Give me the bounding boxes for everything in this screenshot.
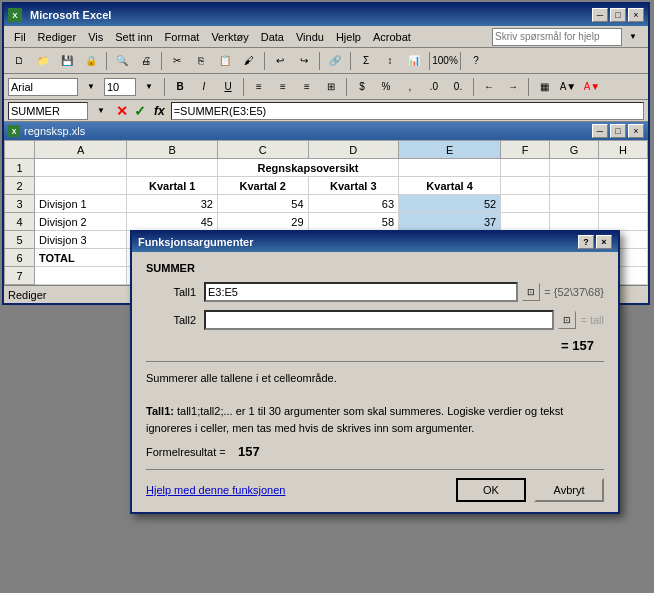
paste-btn[interactable]: 📋 (214, 51, 236, 71)
search-input[interactable] (492, 28, 622, 46)
percent-btn[interactable]: % (375, 77, 397, 97)
cell-a2[interactable] (35, 177, 127, 195)
search-dropdown[interactable]: ▼ (622, 27, 644, 47)
increase-decimal-btn[interactable]: .0 (423, 77, 445, 97)
cell-e2[interactable]: Kvartal 4 (399, 177, 501, 195)
size-dropdown[interactable]: ▼ (138, 77, 160, 97)
dialog-arg1-collapse-btn[interactable]: ⊡ (522, 283, 540, 301)
cell-h2[interactable] (599, 177, 648, 195)
autosum-btn[interactable]: Σ (355, 51, 377, 71)
cell-f1[interactable] (501, 159, 550, 177)
border-btn[interactable]: ▦ (533, 77, 555, 97)
cell-e3[interactable]: 52 (399, 195, 501, 213)
menu-fil[interactable]: Fil (8, 29, 32, 45)
cell-c1[interactable]: Regnskapsoversikt (218, 159, 399, 177)
thousands-btn[interactable]: , (399, 77, 421, 97)
permission-btn[interactable]: 🔒 (80, 51, 102, 71)
cell-a1[interactable] (35, 159, 127, 177)
cell-a3[interactable]: Divisjon 1 (35, 195, 127, 213)
menu-acrobat[interactable]: Acrobat (367, 29, 417, 45)
increase-indent-btn[interactable]: → (502, 77, 524, 97)
dialog-help-link[interactable]: Hjelp med denne funksjonen (146, 484, 285, 496)
cell-a6[interactable]: TOTAL (35, 249, 127, 267)
name-dropdown[interactable]: ▼ (90, 101, 112, 121)
menu-rediger[interactable]: Rediger (32, 29, 83, 45)
cell-c3[interactable]: 54 (218, 195, 309, 213)
close-btn[interactable]: × (628, 8, 644, 22)
cell-h1[interactable] (599, 159, 648, 177)
zoom-btn[interactable]: 100% (434, 51, 456, 71)
cell-g3[interactable] (550, 195, 599, 213)
cell-f3[interactable] (501, 195, 550, 213)
new-btn[interactable]: 🗋 (8, 51, 30, 71)
copy-btn[interactable]: ⎘ (190, 51, 212, 71)
cell-h3[interactable] (599, 195, 648, 213)
cell-a4[interactable]: Divisjon 2 (35, 213, 127, 231)
dialog-arg1-input[interactable] (204, 282, 518, 302)
print-btn[interactable]: 🖨 (135, 51, 157, 71)
dialog-help-btn[interactable]: ? (578, 235, 594, 249)
menu-data[interactable]: Data (255, 29, 290, 45)
currency-btn[interactable]: $ (351, 77, 373, 97)
dialog-close-btn[interactable]: × (596, 235, 612, 249)
col-header-h[interactable]: H (599, 141, 648, 159)
font-dropdown[interactable]: ▼ (80, 77, 102, 97)
sheet-minimize-btn[interactable]: ─ (592, 124, 608, 138)
dialog-title-controls[interactable]: ? × (578, 235, 612, 249)
cell-f2[interactable] (501, 177, 550, 195)
cell-g1[interactable] (550, 159, 599, 177)
align-right-btn[interactable]: ≡ (296, 77, 318, 97)
col-header-e[interactable]: E (399, 141, 501, 159)
minimize-btn[interactable]: ─ (592, 8, 608, 22)
cell-a5[interactable]: Divisjon 3 (35, 231, 127, 249)
menu-hjelp[interactable]: Hjelp (330, 29, 367, 45)
cell-d2[interactable]: Kvartal 3 (308, 177, 399, 195)
cell-c4[interactable]: 29 (218, 213, 309, 231)
cell-g2[interactable] (550, 177, 599, 195)
font-size-input[interactable] (104, 78, 136, 96)
open-btn[interactable]: 📁 (32, 51, 54, 71)
cell-e1[interactable] (399, 159, 501, 177)
cell-a7[interactable] (35, 267, 127, 285)
align-center-btn[interactable]: ≡ (272, 77, 294, 97)
col-header-a[interactable]: A (35, 141, 127, 159)
font-name-input[interactable] (8, 78, 78, 96)
underline-btn[interactable]: U (217, 77, 239, 97)
col-header-d[interactable]: D (308, 141, 399, 159)
sheet-close-btn[interactable]: × (628, 124, 644, 138)
cell-e4[interactable]: 37 (399, 213, 501, 231)
decrease-decimal-btn[interactable]: 0. (447, 77, 469, 97)
merge-btn[interactable]: ⊞ (320, 77, 342, 97)
chart-btn[interactable]: 📊 (403, 51, 425, 71)
fill-color-btn[interactable]: A▼ (557, 77, 579, 97)
cell-b1[interactable] (127, 159, 218, 177)
bold-btn[interactable]: B (169, 77, 191, 97)
cell-g4[interactable] (550, 213, 599, 231)
align-left-btn[interactable]: ≡ (248, 77, 270, 97)
sheet-maximize-btn[interactable]: □ (610, 124, 626, 138)
dialog-arg2-input[interactable] (204, 310, 554, 330)
sort-asc-btn[interactable]: ↕ (379, 51, 401, 71)
cell-f4[interactable] (501, 213, 550, 231)
title-bar-controls[interactable]: ─ □ × (592, 8, 644, 22)
menu-format[interactable]: Format (159, 29, 206, 45)
dialog-arg2-collapse-btn[interactable]: ⊡ (558, 311, 576, 329)
cancel-formula-btn[interactable]: ✕ (114, 103, 130, 119)
undo-btn[interactable]: ↩ (269, 51, 291, 71)
print-preview-btn[interactable]: 🔍 (111, 51, 133, 71)
format-painter-btn[interactable]: 🖌 (238, 51, 260, 71)
hyperlink-btn[interactable]: 🔗 (324, 51, 346, 71)
cell-c2[interactable]: Kvartal 2 (218, 177, 309, 195)
font-color-btn[interactable]: A▼ (581, 77, 603, 97)
cell-b2[interactable]: Kvartal 1 (127, 177, 218, 195)
cut-btn[interactable]: ✂ (166, 51, 188, 71)
menu-vis[interactable]: Vis (82, 29, 109, 45)
formula-input[interactable] (171, 102, 644, 120)
help-btn[interactable]: ? (465, 51, 487, 71)
dialog-cancel-btn[interactable]: Avbryt (534, 478, 604, 502)
menu-verktoy[interactable]: Verktøy (205, 29, 254, 45)
cell-b3[interactable]: 32 (127, 195, 218, 213)
maximize-btn[interactable]: □ (610, 8, 626, 22)
col-header-b[interactable]: B (127, 141, 218, 159)
confirm-formula-btn[interactable]: ✓ (132, 103, 148, 119)
